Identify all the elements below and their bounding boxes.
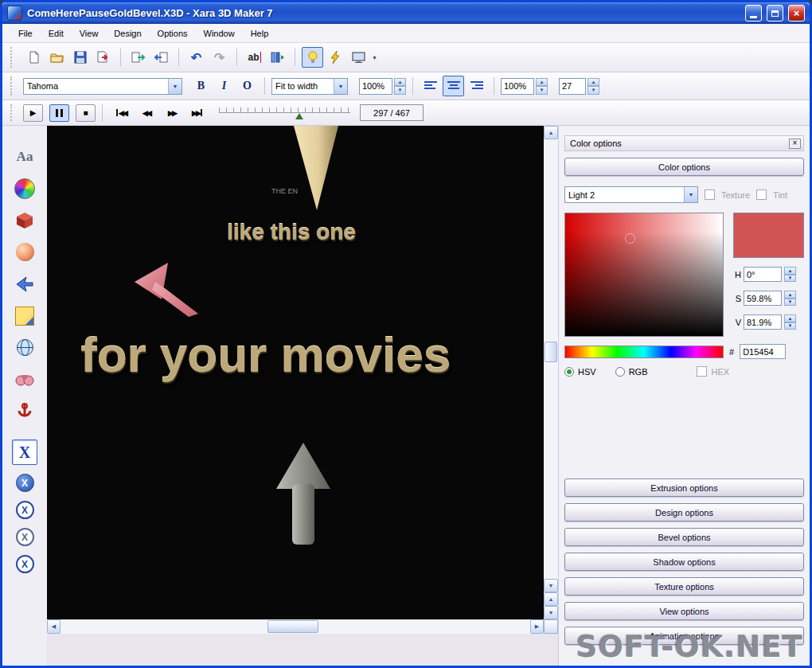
vertical-scroll-track[interactable] — [544, 139, 558, 579]
spin-up-icon[interactable]: ▲ — [784, 291, 796, 299]
texture-checkbox[interactable] — [705, 189, 715, 200]
restore-button[interactable] — [767, 5, 783, 21]
canvas-text-mid[interactable]: like this one — [227, 220, 356, 245]
preview-button-3[interactable]: X — [16, 528, 34, 546]
menu-help[interactable]: Help — [243, 26, 277, 41]
color-options-section-button[interactable]: Color options — [564, 158, 804, 176]
scroll-up-button[interactable]: ▲ — [544, 126, 558, 139]
close-button[interactable]: × — [788, 5, 805, 21]
spin-down-icon[interactable]: ▼ — [784, 299, 796, 307]
canvas-text-small[interactable]: THE EN — [271, 187, 298, 195]
s-spinner[interactable]: ▲▼ — [784, 291, 796, 306]
horizontal-scroll-thumb[interactable] — [267, 620, 318, 633]
texture-options-button[interactable] — [13, 304, 37, 327]
toolbar-overflow-icon[interactable]: ▼ — [372, 55, 377, 61]
font-combo[interactable]: Tahoma ▼ — [23, 78, 182, 95]
animation-frames-button[interactable] — [267, 47, 288, 68]
next-frame-button[interactable]: ▶▶ — [160, 104, 184, 122]
save-button[interactable] — [69, 47, 91, 68]
bevel-options-button[interactable] — [13, 240, 37, 264]
preview-button-1[interactable]: X — [16, 474, 34, 492]
h-spinner[interactable]: ▲▼ — [784, 267, 796, 282]
page-up-button[interactable]: ▲ — [544, 592, 558, 606]
size-spinner[interactable]: ▲ ▼ — [588, 78, 599, 95]
view-options-button[interactable] — [13, 336, 37, 359]
last-frame-button[interactable]: ▶▶ — [185, 104, 209, 122]
font-combo-arrow-icon[interactable]: ▼ — [168, 79, 182, 94]
design-options-button[interactable] — [13, 368, 37, 391]
gray-arrow-object[interactable] — [275, 443, 332, 549]
hex-input[interactable] — [740, 344, 786, 359]
open-button[interactable] — [46, 47, 68, 68]
extrusion-options-panel-button[interactable]: Extrusion options — [564, 479, 804, 497]
scroll-left-button[interactable]: ◀ — [47, 619, 61, 634]
horizontal-scrollbar[interactable]: ◀ ▶ — [47, 619, 544, 634]
spin-up-icon[interactable]: ▲ — [784, 314, 796, 322]
canvas-text-large[interactable]: for your movies — [80, 326, 451, 383]
spin-up-icon[interactable]: ▲ — [394, 78, 406, 87]
menu-options[interactable]: Options — [150, 26, 196, 41]
spin-down-icon[interactable]: ▼ — [784, 275, 796, 283]
spin-down-icon[interactable]: ▼ — [784, 322, 796, 330]
vertical-scroll-thumb[interactable] — [545, 342, 557, 362]
xara-logo-button[interactable]: X — [12, 439, 37, 465]
slider-thumb[interactable] — [295, 113, 303, 119]
outline-button[interactable]: O — [236, 76, 258, 96]
scroll-down-button[interactable]: ▼ — [544, 579, 558, 592]
scale-spinner[interactable]: ▲ ▼ — [536, 78, 548, 95]
design-options-panel-button[interactable]: Design options — [564, 503, 804, 522]
redo-button[interactable]: ↷ — [209, 47, 230, 68]
menu-view[interactable]: View — [72, 26, 107, 41]
text-options-button[interactable]: Aa — [13, 145, 37, 168]
hue-slider[interactable] — [564, 346, 724, 358]
pink-arrow-object[interactable] — [133, 261, 213, 318]
tint-checkbox[interactable] — [756, 189, 767, 200]
copy-frame-button[interactable] — [127, 47, 149, 68]
extrusion-options-button[interactable] — [13, 209, 37, 232]
align-right-button[interactable] — [466, 76, 487, 96]
menu-design[interactable]: Design — [106, 26, 149, 41]
scroll-right-button[interactable]: ▶ — [530, 619, 544, 634]
hsv-radio[interactable] — [564, 367, 574, 377]
light-combo-arrow-icon[interactable]: ▼ — [684, 187, 697, 202]
rgb-radio[interactable] — [615, 367, 625, 377]
lights-toggle-button[interactable] — [302, 47, 323, 68]
italic-button[interactable]: I — [213, 76, 235, 96]
align-center-button[interactable] — [443, 76, 464, 96]
display-quality-button[interactable] — [348, 47, 369, 68]
menu-file[interactable]: File — [10, 26, 41, 41]
minimize-button[interactable] — [745, 5, 762, 21]
picker-cursor[interactable] — [625, 233, 635, 244]
v-input[interactable] — [744, 314, 782, 330]
saturation-value-picker[interactable] — [564, 213, 724, 337]
first-frame-button[interactable]: ◀◀ — [109, 104, 133, 122]
render-button[interactable] — [325, 47, 346, 68]
new-document-button[interactable] — [23, 47, 45, 68]
scale-input[interactable] — [501, 78, 534, 95]
horizontal-scroll-track[interactable] — [61, 619, 530, 634]
undo-button[interactable]: ↶ — [185, 47, 207, 68]
size-input[interactable] — [559, 78, 586, 95]
v-spinner[interactable]: ▲▼ — [784, 314, 796, 330]
hex-checkbox[interactable] — [697, 366, 707, 377]
shadow-options-panel-button[interactable]: Shadow options — [564, 553, 804, 571]
stop-button[interactable]: ■ — [76, 104, 96, 122]
spin-up-icon[interactable]: ▲ — [784, 267, 796, 275]
panel-close-button[interactable]: × — [789, 139, 801, 149]
cone-object[interactable] — [292, 126, 340, 213]
menu-edit[interactable]: Edit — [41, 26, 72, 41]
shadow-options-button[interactable] — [13, 272, 37, 295]
light-combo[interactable]: Light 2 ▼ — [564, 186, 698, 203]
render-canvas[interactable]: THE EN like this one for your movies — [47, 126, 544, 619]
export-button[interactable] — [92, 47, 114, 68]
vertical-scrollbar[interactable]: ▲ ▼ ▲ ▼ — [544, 126, 558, 619]
zoom-spinner[interactable]: ▲ ▼ — [394, 78, 406, 95]
spin-up-icon[interactable]: ▲ — [536, 78, 548, 87]
preview-button-4[interactable]: X — [16, 555, 34, 573]
h-input[interactable] — [744, 267, 782, 282]
menu-window[interactable]: Window — [196, 26, 243, 41]
page-down-button[interactable]: ▼ — [544, 606, 558, 619]
animation-options-button[interactable] — [13, 400, 37, 423]
pause-button[interactable] — [49, 104, 69, 122]
spin-down-icon[interactable]: ▼ — [394, 86, 406, 95]
